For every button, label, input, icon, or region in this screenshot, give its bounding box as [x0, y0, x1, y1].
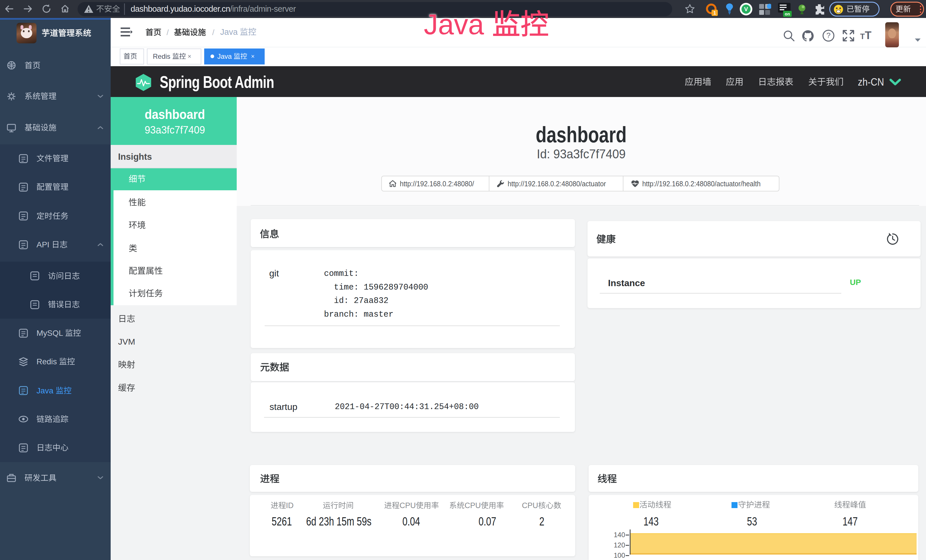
- svg-text:on: on: [785, 11, 790, 16]
- svg-text:?: ?: [826, 31, 831, 40]
- svg-text:V: V: [744, 6, 748, 12]
- svg-text:1: 1: [713, 10, 716, 16]
